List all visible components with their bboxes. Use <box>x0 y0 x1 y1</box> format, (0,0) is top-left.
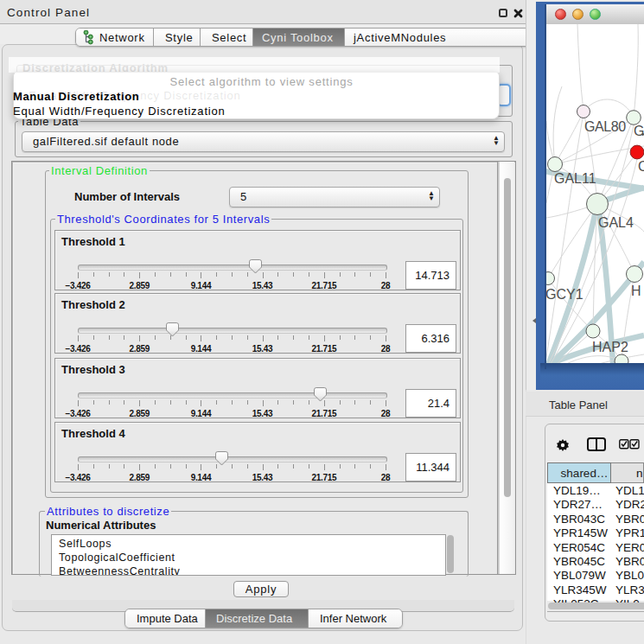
svg-text:GCY1: GCY1 <box>546 287 583 302</box>
svg-text:H: H <box>631 284 641 298</box>
svg-text:GAL80: GAL80 <box>584 119 626 134</box>
svg-text:GAL4: GAL4 <box>598 215 634 230</box>
svg-text:GAL11: GAL11 <box>554 171 596 186</box>
svg-text:C: C <box>638 159 644 174</box>
svg-text:HAP2: HAP2 <box>592 340 628 354</box>
svg-text:G: G <box>634 124 644 138</box>
